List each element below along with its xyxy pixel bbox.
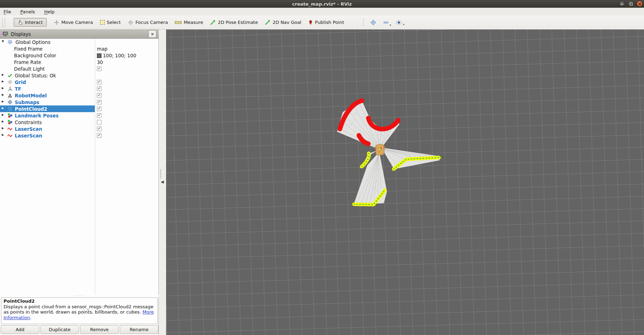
row-landmark-poses[interactable]: ▶ Landmark Poses ✓ <box>0 112 158 119</box>
collapse-panel-icon[interactable]: ◀ <box>161 180 164 184</box>
checkbox[interactable]: ✓ <box>97 127 101 131</box>
nav-goal-button[interactable]: 2D Nav Goal <box>265 20 301 25</box>
publish-point-button[interactable]: Publish Point <box>308 20 344 25</box>
remove-button[interactable]: Remove <box>80 325 119 334</box>
move-arrows-icon <box>54 20 59 25</box>
3d-viewport[interactable] <box>166 30 644 335</box>
row-frame-rate[interactable]: Frame Rate 30 <box>0 59 158 65</box>
display-name: TF <box>15 86 21 92</box>
checkbox[interactable]: ✓ <box>97 66 101 71</box>
duplicate-button[interactable]: Duplicate <box>40 325 79 334</box>
expand-arrow-icon[interactable]: ▶ <box>2 107 4 110</box>
row-global-options[interactable]: ▼ Global Options <box>0 39 158 45</box>
display-name: Constraints <box>15 120 42 125</box>
splitter-grip[interactable] <box>160 169 161 179</box>
map-pin-icon <box>308 20 313 25</box>
row-submaps[interactable]: ▶ Submaps ✓ <box>0 99 158 105</box>
expand-arrow-icon[interactable]: ▶ <box>2 73 4 76</box>
panel-viewport-splitter[interactable]: ◀ <box>159 30 166 335</box>
row-fixed-frame[interactable]: Fixed Frame map <box>0 45 158 52</box>
checkbox[interactable]: ✓ <box>97 100 101 104</box>
row-background-color[interactable]: Background Color 100; 100; 100 <box>0 52 158 59</box>
color-swatch[interactable] <box>97 53 101 58</box>
markers-icon <box>7 120 13 125</box>
panel-splitter[interactable]: ······· <box>0 295 159 297</box>
expand-arrow-icon[interactable]: ▶ <box>2 133 4 136</box>
grid-display-icon <box>7 79 13 85</box>
checkbox[interactable]: ✓ <box>97 107 101 111</box>
expand-arrow-icon[interactable]: ▶ <box>2 120 4 123</box>
add-button[interactable]: Add <box>1 325 39 334</box>
row-pointcloud2[interactable]: ▶ PointCloud2 ✓ <box>0 105 158 112</box>
plus-icon <box>370 20 376 25</box>
titlebar[interactable]: create_map.rviz* - RViz <box>0 0 644 8</box>
description-title: PointCloud2 <box>4 298 155 304</box>
rename-button[interactable]: Rename <box>120 325 158 334</box>
row-default-light[interactable]: Default Light ✓ <box>0 65 158 72</box>
expand-arrow-icon[interactable]: ▶ <box>2 113 4 116</box>
checkbox[interactable]: ✓ <box>97 80 101 84</box>
displays-panel-header[interactable]: Displays × <box>0 30 159 39</box>
expand-arrow-icon[interactable]: ▶ <box>2 100 4 103</box>
add-display-button[interactable] <box>370 20 376 25</box>
display-name: LaserScan <box>15 126 42 132</box>
toolbar-grip[interactable] <box>2 18 5 27</box>
display-name: PointCloud2 <box>15 106 47 112</box>
row-laserscan-2[interactable]: ▶ LaserScan ✓ <box>0 132 158 139</box>
tool-label: Interact <box>25 20 43 25</box>
expand-arrow-icon[interactable]: ▶ <box>2 93 4 96</box>
select-box-icon <box>100 20 105 25</box>
row-robotmodel[interactable]: ▶ RobotModel ✓ <box>0 92 158 99</box>
checkbox[interactable]: ✓ <box>97 93 101 98</box>
expand-arrow-icon[interactable]: ▶ <box>2 127 4 130</box>
tool-label: Move Camera <box>61 20 93 25</box>
display-name: LaserScan <box>15 133 42 138</box>
interact-button[interactable]: Interact <box>14 18 47 27</box>
dropdown-caret-icon[interactable]: ▾ <box>390 24 391 27</box>
pose-estimate-button[interactable]: 2D Pose Estimate <box>210 20 258 25</box>
checkbox[interactable] <box>97 120 101 124</box>
green-arrow-icon <box>210 20 216 25</box>
measure-button[interactable]: Measure <box>175 20 203 25</box>
display-name: RobotModel <box>15 93 47 98</box>
expand-arrow-icon[interactable]: ▶ <box>2 86 4 90</box>
minimize-icon[interactable] <box>619 1 625 7</box>
dropdown-caret-icon[interactable]: ▾ <box>403 23 405 26</box>
checkbox[interactable]: ✓ <box>97 113 101 118</box>
menu-file[interactable]: File <box>4 9 11 14</box>
map-scene <box>166 30 644 335</box>
row-global-status[interactable]: ▶ Global Status: Ok <box>0 72 158 79</box>
property-value[interactable]: 100; 100; 100 <box>103 53 136 58</box>
menubar: File Panels Help <box>0 8 644 15</box>
tool-label: Measure <box>184 20 203 25</box>
checkbox[interactable]: ✓ <box>97 86 101 91</box>
select-button[interactable]: Select <box>100 20 121 25</box>
row-laserscan-1[interactable]: ▶ LaserScan ✓ <box>0 125 158 132</box>
row-label: Global Options <box>15 39 50 45</box>
property-value[interactable]: map <box>97 46 107 52</box>
property-name: Fixed Frame <box>14 46 42 52</box>
close-icon[interactable] <box>637 1 643 7</box>
remove-display-button[interactable]: ▾ <box>383 20 389 25</box>
move-camera-button[interactable]: Move Camera <box>54 20 93 25</box>
checkbox[interactable]: ✓ <box>97 133 101 138</box>
tf-axes-icon <box>7 86 13 91</box>
row-tf[interactable]: ▶ TF ✓ <box>0 85 158 92</box>
eye-icon <box>396 20 402 25</box>
laserscan-icon <box>7 126 13 131</box>
property-name: Default Light <box>14 66 45 72</box>
panel-close-button[interactable]: × <box>149 30 156 38</box>
maximize-icon[interactable] <box>628 1 634 7</box>
expand-arrow-icon[interactable]: ▼ <box>2 40 4 43</box>
toolbar: Interact Move Camera Select Focus Camera… <box>0 15 644 30</box>
menu-help[interactable]: Help <box>44 9 55 14</box>
panel-title: Displays <box>11 31 31 37</box>
row-grid[interactable]: ▶ Grid ✓ <box>0 79 158 85</box>
expand-arrow-icon[interactable]: ▶ <box>2 80 4 83</box>
row-constraints[interactable]: ▶ Constraints <box>0 119 158 125</box>
menu-panels[interactable]: Panels <box>20 9 35 14</box>
focus-camera-button[interactable]: Focus Camera <box>128 20 168 25</box>
pointcloud-icon <box>7 106 13 111</box>
property-value[interactable]: 30 <box>97 59 103 65</box>
visibility-button[interactable]: ▾ <box>396 20 402 25</box>
